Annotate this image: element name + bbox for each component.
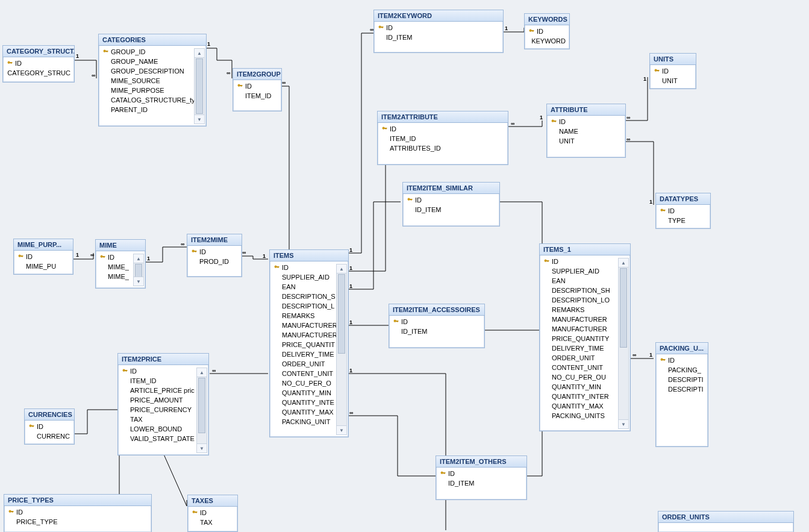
table-price_types[interactable]: PRICE_TYPESIDPRICE_TYPE [4,494,152,532]
table-header[interactable]: UNITS [650,54,696,65]
table-field[interactable]: ID [656,206,710,216]
table-field[interactable]: VALID_START_DATE [118,434,208,443]
table-header[interactable]: CURRENCIES [25,409,74,421]
table-field[interactable]: MIME_PU [14,261,73,271]
scrollbar[interactable]: ▲▼ [194,48,205,124]
table-field[interactable]: GROUP_NAME [99,57,206,66]
table-header[interactable]: MIME_PURP... [14,239,73,251]
table-header[interactable]: ITEM2KEYWORD [374,10,503,22]
table-field[interactable]: ITEM_ID [233,91,281,101]
table-field[interactable]: CURRENC [25,431,74,441]
table-field[interactable]: QUANTITY_MAX [540,401,630,411]
table-header[interactable]: ITEM2GROUP [233,69,281,80]
table-field[interactable]: EAN [540,276,630,286]
table-item2price[interactable]: ITEM2PRICEIDITEM_IDARTICLE_PRICE pricPRI… [117,353,209,455]
table-field[interactable]: PARENT_ID [99,105,206,114]
table-field[interactable]: ID [187,247,242,257]
table-datatypes[interactable]: DATATYPESIDTYPE [655,193,711,229]
table-header[interactable]: ITEM2MIME [187,234,242,246]
table-header[interactable]: ITEMS [270,250,348,261]
table-field[interactable]: MANUFACTURER [540,315,630,324]
table-field[interactable]: ID [118,366,208,376]
table-field[interactable]: TAX [188,518,237,527]
scroll-thumb[interactable] [338,274,345,354]
table-item2mime[interactable]: ITEM2MIMEIDPROD_ID [187,234,242,277]
table-header[interactable]: ITEM2ITEM_ACCESSOIRES [389,304,484,316]
table-field[interactable]: ATTRIBUTES_ID [378,143,508,153]
table-field[interactable]: ID [403,195,499,205]
table-field[interactable]: ID_ITEM [389,327,484,336]
table-field[interactable]: ID [650,66,696,76]
table-field[interactable]: ID_ITEM [403,205,499,214]
scrollbar[interactable]: ▲▼ [618,258,629,429]
table-field[interactable]: ID_ITEM [436,478,526,488]
table-header[interactable]: MIME [96,240,145,251]
table-header[interactable]: ITEM2ITEM_OTHERS [436,456,526,468]
scroll-down-icon[interactable]: ▼ [195,114,204,124]
table-field[interactable]: DELIVERY_TIME [540,343,630,353]
table-field[interactable]: ITEM_ID [378,134,508,143]
table-field[interactable]: ID [25,422,74,431]
table-field[interactable]: QUANTITY_MIN [540,382,630,392]
table-header[interactable]: ITEMS_1 [540,244,630,255]
scrollbar[interactable]: ▲▼ [196,368,207,453]
table-field[interactable]: ID [14,252,73,261]
table-categories[interactable]: CATEGORIESGROUP_IDGROUP_NAMEGROUP_DESCRI… [98,34,207,127]
scroll-thumb[interactable] [198,378,205,433]
table-field[interactable]: NAME [547,127,625,136]
table-field[interactable]: CATALOG_STRUCTURE_typ [99,95,206,105]
table-field[interactable]: DESCRIPTION_SH [540,286,630,295]
table-category_struct[interactable]: CATEGORY_STRUCT...IDCATEGORY_STRUC [2,45,75,83]
table-header[interactable]: ITEM2PRICE [118,354,208,365]
table-header[interactable]: KEYWORDS [525,14,569,25]
scroll-up-icon[interactable]: ▲ [134,254,143,263]
table-item2item_similar[interactable]: ITEM2ITEM_SIMILARIDID_ITEM [402,182,500,227]
table-header[interactable]: TAXES [188,495,237,507]
scroll-up-icon[interactable]: ▲ [337,264,346,274]
table-mime[interactable]: MIMEIDMIME_MIME_▲▼ [95,239,146,289]
table-taxes[interactable]: TAXESIDTAX [187,495,238,532]
table-packing_u[interactable]: PACKING_U...IDPACKING_DESCRIPTIDESCRIPTI [655,342,708,447]
table-field[interactable]: SUPPLIER_AID [540,266,630,276]
scrollbar[interactable]: ▲▼ [133,254,144,286]
table-order_units[interactable]: ORDER_UNITS [658,511,794,532]
table-field[interactable]: UNIT [650,76,696,86]
table-field[interactable]: ID [188,508,237,518]
table-field[interactable]: GROUP_ID [99,47,206,57]
table-field[interactable]: KEYWORD [525,36,569,46]
table-field[interactable]: ID [4,507,151,517]
table-header[interactable]: PRICE_TYPES [4,495,151,506]
table-field[interactable]: PACKING_UNITS [540,411,630,421]
scroll-down-icon[interactable]: ▼ [619,419,628,428]
table-field[interactable]: DESCRIPTI [656,384,708,394]
table-field[interactable]: MANUFACTURER [540,324,630,334]
table-field[interactable]: ID [3,58,74,68]
scroll-down-icon[interactable]: ▼ [134,277,143,286]
table-field[interactable]: PRICE_CURRENCY [118,405,208,415]
table-field[interactable]: PRICE_AMOUNT [118,395,208,405]
table-items[interactable]: ITEMSIDSUPPLIER_AIDEANDESCRIPTION_SDESCR… [269,249,349,437]
scroll-thumb[interactable] [196,58,203,114]
table-field[interactable]: PROD_ID [187,257,242,266]
table-field[interactable]: TAX [118,415,208,424]
table-field[interactable]: CONTENT_UNIT [540,363,630,372]
scroll-thumb[interactable] [135,264,142,277]
table-header[interactable]: ITEM2ATTRIBUTE [378,111,508,123]
table-header[interactable]: PACKING_U... [656,343,708,354]
table-field[interactable]: QUANTITY_INTER [540,392,630,401]
table-field[interactable]: UNIT [547,136,625,146]
table-field[interactable]: ITEM_ID [118,376,208,386]
table-header[interactable]: CATEGORY_STRUCT... [3,46,74,57]
table-field[interactable]: PRICE_QUANTITY [540,334,630,343]
table-attribute[interactable]: ATTRIBUTEIDNAMEUNIT [546,104,626,158]
scroll-thumb[interactable] [620,268,627,348]
scroll-up-icon[interactable]: ▲ [197,368,207,377]
table-item2keyword[interactable]: ITEM2KEYWORDIDID_ITEM [373,10,504,53]
scroll-down-icon[interactable]: ▼ [197,443,207,452]
table-header[interactable]: CATEGORIES [99,34,206,46]
table-field[interactable]: PRICE_TYPE [4,517,151,527]
table-field[interactable]: MIME_SOURCE [99,76,206,86]
table-field[interactable]: ID [540,257,630,266]
table-field[interactable]: ID [378,124,508,134]
table-field[interactable]: ID [436,469,526,478]
